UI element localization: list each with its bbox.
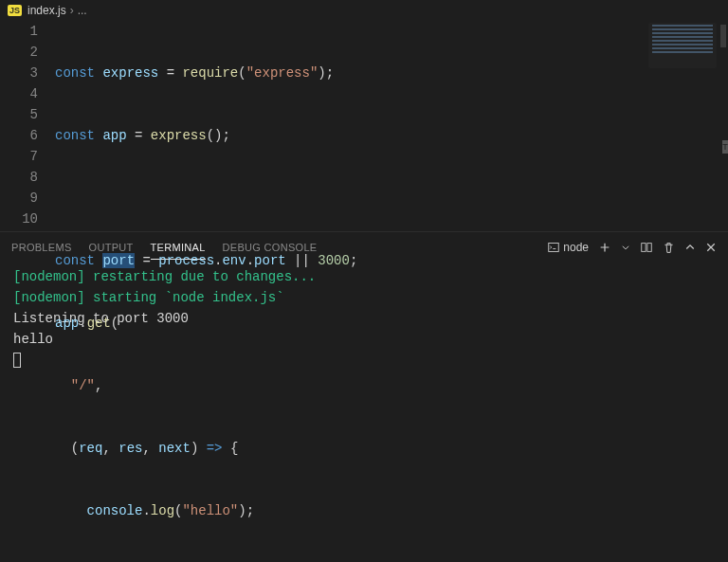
indent xyxy=(55,441,71,456)
line-number-gutter: 1 2 3 4 5 6 7 8 9 10 xyxy=(0,21,55,231)
token-keyword: const xyxy=(55,65,95,81)
breadcrumb-tail[interactable]: ... xyxy=(78,4,87,17)
token-punct: ( xyxy=(111,316,118,331)
code-editor[interactable]: 1 2 3 4 5 6 7 8 9 10 const express = req… xyxy=(0,21,728,231)
token-string: "/" xyxy=(71,378,95,393)
token-punct: . xyxy=(142,503,150,518)
editor-scrollbar[interactable] xyxy=(719,25,728,214)
minimap[interactable] xyxy=(648,23,717,68)
token-string: "hello" xyxy=(182,503,238,518)
token-param: res xyxy=(118,441,142,456)
line-number: 2 xyxy=(0,42,38,63)
token-keyword: const xyxy=(55,128,95,143)
token-punct: ; xyxy=(350,253,357,268)
token-function: express xyxy=(151,128,207,143)
token-punct: ) xyxy=(191,441,207,456)
token-operator: || xyxy=(286,253,318,268)
line-number: 7 xyxy=(0,146,38,167)
token-operator: = xyxy=(127,128,151,143)
token-operator: = xyxy=(135,253,158,268)
token-identifier: process xyxy=(158,253,214,268)
token-identifier: env xyxy=(222,253,246,268)
terminal-cursor xyxy=(13,353,21,368)
token-punct: (); xyxy=(207,128,230,143)
token-param: req xyxy=(79,441,102,456)
token-punct: { xyxy=(223,441,239,456)
token-punct: ); xyxy=(238,503,254,518)
token-punct: , xyxy=(142,441,158,456)
token-identifier: console xyxy=(87,503,143,518)
token-punct: ( xyxy=(238,65,246,81)
overview-marker: T xyxy=(722,140,728,154)
token-operator: = xyxy=(158,65,182,81)
token-param: next xyxy=(158,441,191,456)
line-number: 10 xyxy=(0,208,38,229)
token-punct: ); xyxy=(318,65,334,81)
indent xyxy=(55,378,71,393)
indent xyxy=(55,503,87,518)
code-content[interactable]: const express = require("express"); cons… xyxy=(55,21,728,231)
token-arrow: => xyxy=(207,441,223,456)
token-keyword: const xyxy=(55,253,95,268)
line-number: 8 xyxy=(0,167,38,188)
token-punct: , xyxy=(102,441,118,456)
token-punct: . xyxy=(246,253,254,268)
token-function: log xyxy=(151,503,174,518)
line-number: 5 xyxy=(0,104,38,125)
token-punct: . xyxy=(79,316,86,331)
line-number: 3 xyxy=(0,63,38,83)
token-function: get xyxy=(87,316,111,331)
token-punct: , xyxy=(95,378,102,393)
token-identifier: app xyxy=(102,128,126,143)
breadcrumb-file[interactable]: index.js xyxy=(27,4,66,17)
token-identifier: express xyxy=(102,65,158,81)
line-number: 6 xyxy=(0,125,38,146)
line-number: 1 xyxy=(0,21,38,42)
token-number: 3000 xyxy=(318,253,350,268)
scrollbar-thumb[interactable] xyxy=(720,25,726,47)
line-number: 4 xyxy=(0,83,38,104)
js-file-icon: JS xyxy=(8,5,22,16)
chevron-right-icon: › xyxy=(70,4,74,17)
breadcrumb[interactable]: JS index.js › ... xyxy=(0,0,728,21)
token-selected: port xyxy=(102,253,135,268)
token-punct: ( xyxy=(71,441,79,456)
line-number: 9 xyxy=(0,188,38,208)
token-identifier: app xyxy=(55,316,79,331)
token-identifier: port xyxy=(254,253,286,268)
token-function: require xyxy=(182,65,238,81)
token-string: "express" xyxy=(246,65,318,81)
